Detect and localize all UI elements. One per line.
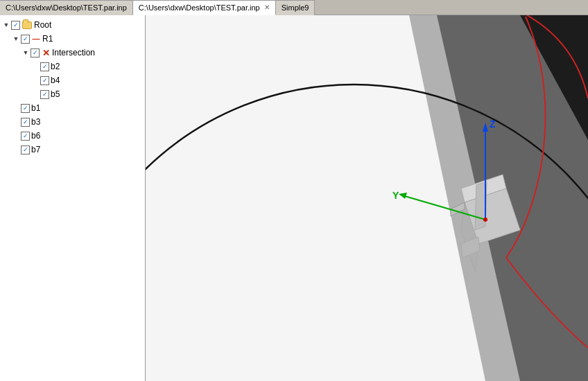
tree-item-root[interactable]: ▼ Root [0,18,145,32]
3d-viewport[interactable]: Z Y [146,15,588,381]
checkbox-b7[interactable] [21,145,30,154]
tree-label-b7: b7 [31,145,40,154]
tree-item-b2[interactable]: ▶ b2 [0,60,145,73]
checkbox-b3[interactable] [21,118,30,127]
expander-root[interactable]: ▼ [1,20,11,30]
tree-label-b5: b5 [51,89,60,99]
scene-svg: Z Y [146,15,588,381]
tree-item-b6[interactable]: ▶ b6 [0,129,145,143]
tree-item-b5[interactable]: ▶ b5 [0,87,145,101]
tab-file2[interactable]: C:\Users\dxw\Desktop\TEST.par.inp ✕ [133,0,276,15]
tree-item-b3[interactable]: ▶ b3 [0,115,145,129]
tree-item-r1[interactable]: ▼ — R1 [0,32,145,46]
expander-r1[interactable]: ▼ [11,34,21,44]
tree-label-b1: b1 [31,103,40,113]
checkbox-b4[interactable] [40,76,49,85]
dash-icon-r1: — [31,34,41,44]
x-icon-intersection: ✕ [41,48,51,57]
tab-bar: C:\Users\dxw\Desktop\TEST.par.inp C:\Use… [0,0,588,15]
svg-point-16 [483,218,487,222]
svg-text:Z: Z [490,118,496,130]
checkbox-intersection[interactable] [31,48,40,57]
tab-file1[interactable]: C:\Users\dxw\Desktop\TEST.par.inp [0,0,133,15]
tab-label: C:\Users\dxw\Desktop\TEST.par.inp [139,3,260,12]
checkbox-b1[interactable] [21,104,30,113]
tree-label-b2: b2 [51,62,60,71]
tree-item-intersection[interactable]: ▼ ✕ Intersection [0,46,145,60]
tree-panel: ▼ Root ▼ — R1 ▼ ✕ Intersection [0,15,146,381]
tree-label-b3: b3 [31,117,40,127]
tree-item-b1[interactable]: ▶ b1 [0,101,145,115]
tab-label: Simple9 [282,3,309,12]
tree-item-b4[interactable]: ▶ b4 [0,73,145,87]
tree-item-b7[interactable]: ▶ b7 [0,143,145,157]
expander-intersection[interactable]: ▼ [21,48,31,57]
svg-text:Y: Y [392,190,399,201]
checkbox-r1[interactable] [21,35,30,44]
folder-icon-root [21,20,33,30]
checkbox-b5[interactable] [40,90,49,99]
tree-label-r1: R1 [42,34,53,44]
tree-label-b4: b4 [51,76,60,85]
tree-label-root: Root [34,20,51,30]
tree-label-b6: b6 [31,131,40,141]
main-layout: ▼ Root ▼ — R1 ▼ ✕ Intersection [0,15,588,381]
tab-close-icon[interactable]: ✕ [264,3,270,11]
checkbox-root[interactable] [11,21,20,30]
checkbox-b6[interactable] [21,132,30,141]
checkbox-b2[interactable] [40,62,49,71]
tab-simple9[interactable]: Simple9 [276,0,315,15]
tab-label: C:\Users\dxw\Desktop\TEST.par.inp [6,3,127,12]
tree-label-intersection: Intersection [52,48,95,57]
